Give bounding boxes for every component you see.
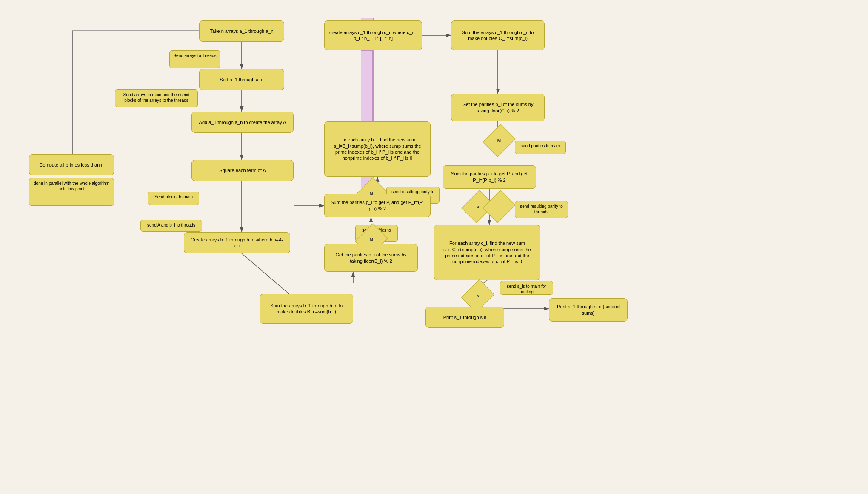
for-each-b-box: For each array b_i, find the new sum s_i… xyxy=(324,121,431,177)
sum-b-box: Sum the arrays b_1 through b_n to make d… xyxy=(260,294,353,324)
create-b-box: Create arrays b_1 through b_n where b_i=… xyxy=(184,232,290,253)
get-parities-c-box: Get the parities p_i of the sums by taki… xyxy=(451,94,545,121)
send-parities-main2-note: send parities to main xyxy=(515,141,566,154)
sum-parities-b-box: Sum the parities p_i to get P, and get P… xyxy=(324,194,431,217)
send-blocks-note: Send blocks to main xyxy=(148,192,199,205)
diamond-a-c-bot: a xyxy=(467,285,488,307)
send-main-note: Send arrays to main and then send blocks… xyxy=(115,89,198,107)
take-n-box: Take n arrays a_1 through a_n xyxy=(199,20,284,42)
send-s-main-note: send s_is to main for printing xyxy=(500,281,553,295)
flowchart: Take n arrays a_1 through a_n Send array… xyxy=(0,0,868,494)
print-s2-box: Print s_1 through s_n (second sums) xyxy=(549,298,628,322)
sort-box: Sort a_1 through a_n xyxy=(199,69,284,90)
square-box: Square each term of A xyxy=(191,160,294,181)
send-arrays-note: Send arrays to threads xyxy=(169,50,220,68)
print-s-box: Print s_1 through s n xyxy=(425,307,504,328)
send-a-bi-note: send A and b_i to threads xyxy=(140,220,202,232)
pink-bar-mid xyxy=(361,50,373,121)
for-each-c-box: For each array c_i, find the new sum s_i… xyxy=(434,225,540,280)
sum-parities2-box: Sum the parities p_i to get P, and get P… xyxy=(443,165,536,189)
get-parities-b-box: Get the parities p_i of the sums by taki… xyxy=(324,244,418,272)
diamond-m-c: M xyxy=(488,130,510,151)
send-resulting2-note: send resulting parity to threads xyxy=(515,201,568,218)
sum-c-box: Sum the arrays c_1 through c_n to make d… xyxy=(451,20,545,50)
compute-primes-box: Compute all primes less than n xyxy=(29,154,114,175)
diamond-a-sum2b xyxy=(488,196,510,217)
done-parallel-note: done in parallel with the whole algorith… xyxy=(29,178,114,206)
create-c-box: create arrays c_1 through c_n where c_i … xyxy=(324,20,422,50)
add-box: Add a_1 through a_n to create the array … xyxy=(191,112,294,133)
